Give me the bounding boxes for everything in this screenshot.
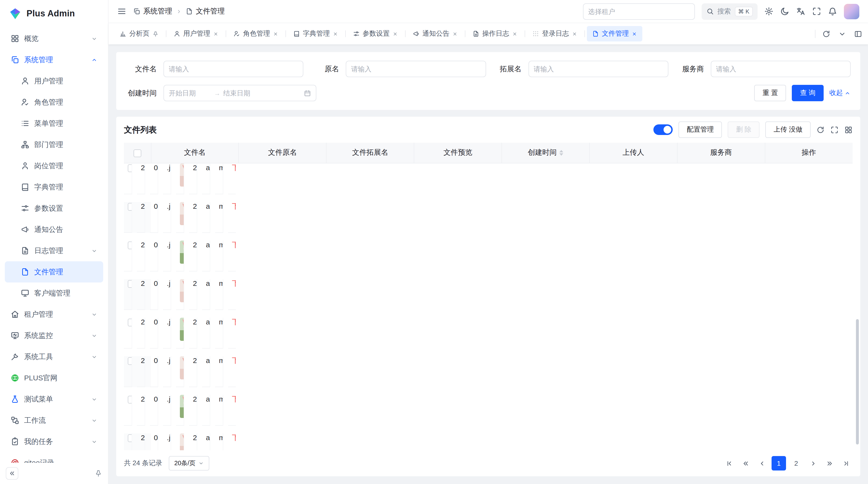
sidebar-item-notice[interactable]: 通知公告 (5, 219, 103, 240)
fullscreen-icon[interactable] (812, 7, 821, 16)
sidebar-item-user-mgmt[interactable]: 用户管理 (5, 70, 103, 92)
user-avatar[interactable] (844, 4, 859, 19)
sidebar-item-system[interactable]: 系统管理 (5, 49, 103, 70)
row-checkbox[interactable] (128, 434, 132, 442)
row-checkbox[interactable] (128, 357, 132, 365)
filter-input-provider[interactable] (716, 65, 845, 73)
vertical-scrollbar-thumb[interactable] (856, 319, 859, 445)
close-tab-icon[interactable] (213, 31, 218, 36)
sort-icon[interactable] (560, 150, 563, 156)
sidebar-item-tenant-mgmt[interactable]: 租户管理 (5, 304, 103, 325)
download-link[interactable]: 下载 (232, 317, 236, 326)
tab-param-settings[interactable]: 参数设置 (348, 26, 403, 41)
layout-icon[interactable] (854, 30, 862, 38)
tab-dict-mgmt[interactable]: 字典管理 (288, 26, 343, 41)
tab-role-mgmt[interactable]: 角色管理 (228, 26, 283, 41)
sidebar-item-dept-mgmt[interactable]: 部门管理 (5, 134, 103, 155)
page-size-select[interactable]: 20条/页 (169, 456, 210, 471)
tab-op-log[interactable]: 操作日志 (467, 26, 523, 41)
sidebar-item-monitoring[interactable]: 系统监控 (5, 325, 103, 346)
tab-notice[interactable]: 通知公告 (407, 26, 463, 41)
file-preview-image[interactable] (180, 394, 184, 418)
close-tab-icon[interactable] (512, 31, 518, 36)
download-link[interactable]: 下载 (232, 163, 236, 171)
file-preview-image[interactable] (180, 356, 184, 379)
refresh-table-icon[interactable] (816, 126, 825, 134)
select-all-checkbox[interactable] (133, 150, 141, 157)
delete-button[interactable]: 删 除 (728, 122, 760, 138)
sidebar-item-role-mgmt[interactable]: 角色管理 (5, 92, 103, 113)
breadcrumb-item[interactable]: 系统管理 (133, 7, 172, 16)
last-page-button[interactable] (839, 456, 852, 470)
fullscreen-table-icon[interactable] (830, 126, 839, 134)
file-preview-image[interactable] (180, 317, 184, 341)
pin-icon[interactable] (152, 31, 159, 37)
refresh-page-icon[interactable] (822, 30, 830, 38)
sidebar-item-menu-mgmt[interactable]: 菜单管理 (5, 113, 103, 134)
sidebar-item-client-mgmt[interactable]: 客户端管理 (5, 283, 103, 304)
file-preview-image[interactable] (180, 279, 184, 302)
hamburger-menu-icon[interactable] (117, 7, 126, 16)
row-checkbox[interactable] (128, 395, 132, 403)
stripe-toggle[interactable] (653, 124, 673, 135)
file-preview-image[interactable] (180, 202, 184, 225)
sidebar-item-plus-site[interactable]: PLUS官网 (5, 367, 103, 389)
column-header[interactable]: 创建时间 (502, 143, 590, 163)
query-button[interactable]: 查 询 (792, 85, 824, 101)
tab-file-mgmt[interactable]: 文件管理 (587, 26, 642, 41)
app-logo[interactable]: Plus Admin (0, 0, 108, 27)
collapse-sidebar-button[interactable] (6, 467, 18, 480)
sidebar-item-dict-mgmt[interactable]: 字典管理 (5, 176, 103, 198)
row-checkbox[interactable] (128, 318, 132, 326)
sidebar-item-post-mgmt[interactable]: 岗位管理 (5, 155, 103, 176)
sidebar-item-tools[interactable]: 系统工具 (5, 346, 103, 367)
filter-input-file-name[interactable] (169, 65, 298, 73)
collapse-filter-link[interactable]: 收起 (830, 89, 850, 97)
prev-page-button[interactable] (755, 456, 769, 470)
sidebar-item-log-mgmt[interactable]: 日志管理 (5, 240, 103, 261)
filter-input-ext-name[interactable] (534, 65, 663, 73)
page-button-2[interactable]: 2 (789, 456, 803, 471)
pin-sidebar-icon[interactable] (94, 470, 102, 477)
row-checkbox[interactable] (128, 203, 132, 211)
global-search-button[interactable]: 搜索 ⌘ K (702, 3, 757, 20)
sidebar-item-my-tasks[interactable]: 我的任务 (5, 431, 103, 452)
row-checkbox[interactable] (128, 280, 132, 288)
file-preview-image[interactable] (180, 163, 184, 186)
sidebar-item-test-menu[interactable]: 测试菜单 (5, 389, 103, 410)
page-button-1[interactable]: 1 (772, 456, 786, 471)
download-link[interactable]: 下载 (232, 202, 236, 210)
prev-5-pages-button[interactable] (739, 456, 752, 470)
sidebar-item-file-mgmt[interactable]: 文件管理 (5, 261, 103, 283)
first-page-button[interactable] (722, 456, 736, 470)
download-link[interactable]: 下载 (232, 433, 236, 441)
close-tab-icon[interactable] (632, 31, 637, 36)
moon-icon[interactable] (780, 7, 789, 16)
end-date-input[interactable] (223, 89, 266, 97)
close-tab-icon[interactable] (393, 31, 398, 36)
filter-input-origin-name[interactable] (351, 65, 481, 73)
download-link[interactable]: 下载 (232, 279, 236, 287)
row-checkbox[interactable] (128, 241, 132, 249)
file-preview-image[interactable] (180, 433, 184, 450)
close-tab-icon[interactable] (452, 31, 458, 36)
close-tab-icon[interactable] (572, 31, 577, 36)
start-date-input[interactable] (169, 89, 211, 97)
next-page-button[interactable] (806, 456, 820, 470)
breadcrumb-item[interactable]: 文件管理 (186, 7, 225, 16)
sidebar-item-overview[interactable]: 概览 (5, 28, 103, 49)
chevron-down-icon[interactable] (838, 30, 846, 38)
close-tab-icon[interactable] (333, 31, 338, 36)
bell-icon[interactable] (828, 7, 837, 16)
column-settings-icon[interactable] (844, 126, 852, 134)
sidebar-item-param-settings[interactable]: 参数设置 (5, 198, 103, 219)
file-preview-image[interactable] (180, 240, 184, 263)
tab-user-mgmt[interactable]: 用户管理 (168, 26, 224, 41)
row-checkbox[interactable] (128, 164, 132, 172)
download-link[interactable]: 下载 (232, 394, 236, 403)
reset-button[interactable]: 重 置 (754, 85, 786, 101)
gear-icon[interactable] (764, 7, 774, 16)
translate-icon[interactable] (796, 7, 805, 16)
download-link[interactable]: 下载 (232, 240, 236, 249)
config-manage-button[interactable]: 配置管理 (679, 122, 722, 138)
